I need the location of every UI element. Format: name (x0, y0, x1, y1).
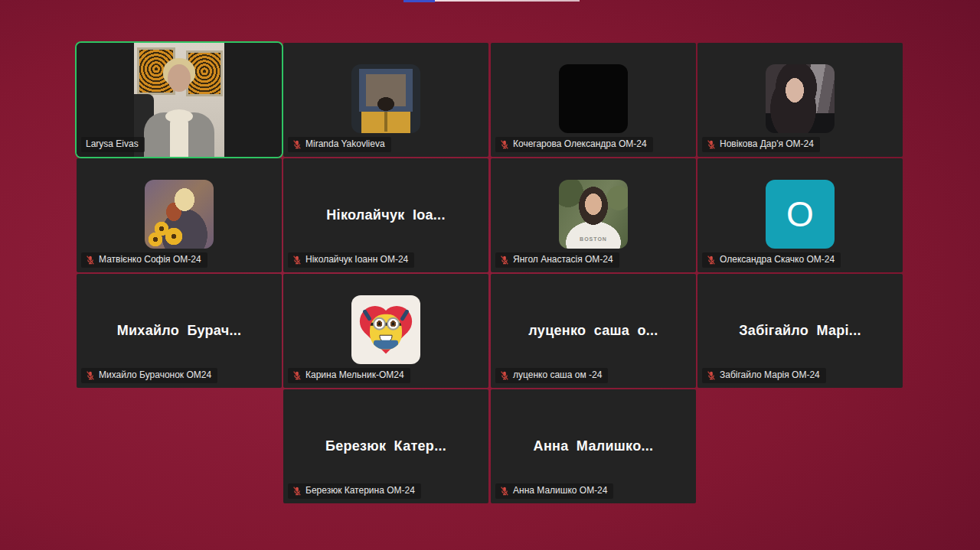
participant-name: Янгол Анастасія ОМ-24 (513, 255, 613, 265)
participant-name-label: Олександра Скачко ОМ-24 (702, 252, 841, 268)
participant-tile[interactable]: луценко саша о... луценко саша ом -24 (491, 274, 696, 388)
participant-name-label: Miranda Yakovlieva (288, 137, 391, 152)
participant-tile[interactable]: Larysa Eivas (77, 43, 282, 157)
participant-name-label: Забігайло Марія ОМ-24 (702, 368, 826, 383)
participant-tile[interactable]: О (697, 158, 903, 272)
minion-head (370, 314, 402, 350)
avatar-image (766, 64, 835, 133)
participant-name: Анна Малишко ОМ-24 (513, 486, 607, 496)
participant-tile[interactable]: Новікова Дар'я ОМ-24 (697, 43, 903, 157)
participant-name: Larysa Eivas (86, 139, 139, 149)
muted-mic-icon (500, 371, 509, 380)
muted-mic-icon (292, 487, 302, 496)
muted-mic-icon (86, 371, 95, 380)
participant-name-label: Березюк Катерина ОМ-24 (288, 483, 421, 499)
muted-mic-icon (292, 371, 302, 380)
minion-heart-avatar-art (351, 295, 420, 364)
avatar-image (559, 180, 628, 249)
minion-goggles (370, 317, 402, 330)
participant-name-label: Янгол Анастасія ОМ-24 (495, 252, 619, 268)
participant-name-label: Анна Малишко ОМ-24 (495, 483, 613, 499)
avatar-image (351, 295, 420, 364)
participant-name: Карина Мельник-ОМ24 (305, 370, 404, 380)
avatar-image: О (766, 180, 835, 249)
participant-tile[interactable]: Кочегарова Олександра ОМ-24 (491, 43, 696, 157)
participant-name-label: луценко саша ом -24 (495, 368, 608, 383)
window-edge-pale-line[interactable] (435, 0, 580, 2)
participant-name: Матвієнко Софія ОМ-24 (99, 255, 201, 265)
participant-name-label: Михайло Бурачонок ОМ24 (81, 368, 217, 383)
muted-mic-icon (500, 255, 509, 265)
muted-mic-icon (500, 140, 509, 149)
participant-tile[interactable]: Карина Мельник-ОМ24 (283, 274, 488, 388)
participant-tile[interactable]: Miranda Yakovlieva (283, 43, 488, 157)
muted-mic-icon (86, 255, 95, 265)
participant-name: Березюк Катерина ОМ-24 (305, 486, 415, 496)
participant-tile[interactable]: Ніколайчук Іоа... Ніколайчук Іоанн ОМ-24 (283, 158, 488, 272)
participant-name: Ніколайчук Іоанн ОМ-24 (305, 255, 408, 265)
participant-name-label: Кочегарова Олександра ОМ-24 (495, 137, 653, 152)
muted-mic-icon (500, 487, 509, 496)
avatar-image (351, 64, 420, 133)
muted-mic-icon (292, 140, 302, 149)
participant-tile[interactable]: Матвієнко Софія ОМ-24 (77, 158, 282, 272)
participant-name: Забігайло Марія ОМ-24 (720, 370, 820, 380)
participant-name: Олександра Скачко ОМ-24 (720, 255, 835, 265)
participant-name: Новікова Дар'я ОМ-24 (720, 139, 814, 149)
muted-mic-icon (707, 140, 716, 149)
avatar-image (145, 180, 214, 249)
muted-mic-icon (292, 255, 302, 265)
window-edge-blue-line[interactable] (403, 0, 435, 2)
minion-eye (387, 317, 400, 330)
participant-name-label: Ніколайчук Іоанн ОМ-24 (288, 252, 414, 268)
avatar-image (559, 64, 628, 133)
participant-name-label: Larysa Eivas (81, 137, 145, 152)
participant-name: Кочегарова Олександра ОМ-24 (513, 139, 647, 149)
participant-name: луценко саша ом -24 (513, 370, 602, 380)
person-face (168, 64, 191, 92)
participant-tile[interactable]: Янгол Анастасія ОМ-24 (491, 158, 696, 272)
avatar-letter: О (786, 180, 814, 249)
participant-name-label: Карина Мельник-ОМ24 (288, 368, 410, 383)
muted-mic-icon (707, 371, 716, 380)
video-portrait-strip (134, 43, 224, 157)
participant-name-label: Новікова Дар'я ОМ-24 (702, 137, 820, 152)
minion-eye (373, 317, 386, 330)
participant-name: Михайло Бурачонок ОМ24 (99, 370, 211, 380)
participant-tile[interactable]: Березюк Катер... Березюк Катерина ОМ-24 (283, 389, 488, 503)
participant-grid: Larysa Eivas (77, 43, 903, 507)
participant-name-label: Матвієнко Софія ОМ-24 (81, 252, 207, 268)
participant-tile[interactable]: Анна Малишко... Анна Малишко ОМ-24 (491, 389, 696, 503)
participant-tile[interactable]: Михайло Бурач... Михайло Бурачонок ОМ24 (77, 274, 282, 388)
minion-overalls (374, 340, 398, 350)
person-scarf (170, 119, 188, 157)
participant-name: Miranda Yakovlieva (305, 139, 385, 149)
muted-mic-icon (707, 255, 716, 265)
participant-tile[interactable]: Забігайло Марі... Забігайло Марія ОМ-24 (697, 274, 903, 388)
